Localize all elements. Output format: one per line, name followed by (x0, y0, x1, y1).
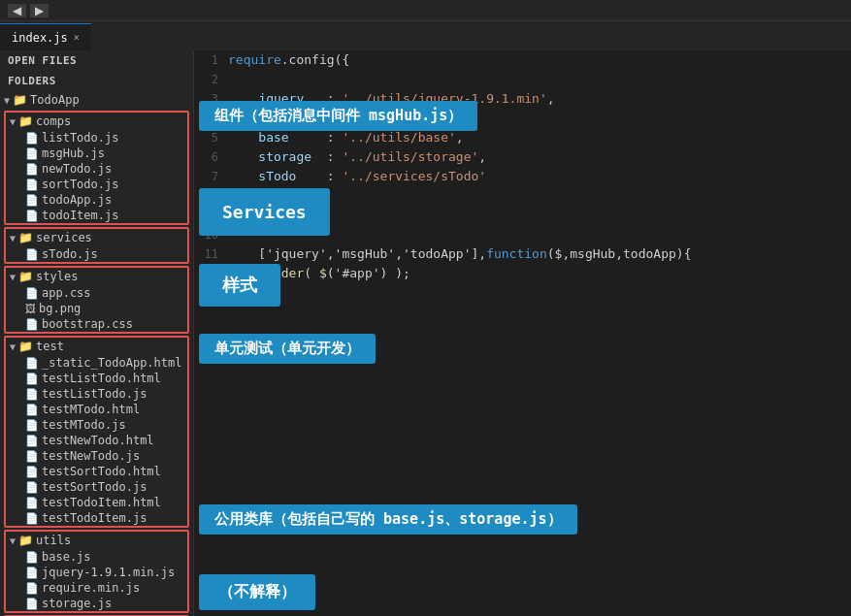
list-item[interactable]: 📄 bootstrap.css (6, 316, 187, 332)
file-icon: 📄 (25, 551, 39, 564)
sidebar: OPEN FILES FOLDERS ▼ 📁 TodoApp ▼ 📁 comps… (0, 50, 194, 616)
list-item[interactable]: 📄 testTodoItem.js (6, 510, 187, 526)
services-folder-name: services (36, 231, 92, 244)
code-line: 10 (194, 225, 851, 244)
list-item[interactable]: 📄 listTodo.js (6, 130, 187, 146)
file-name: testTodoItem.html (42, 496, 161, 509)
file-icon: 📄 (25, 287, 39, 300)
nav-forward-button[interactable]: ▶ (30, 4, 49, 17)
list-item[interactable]: 📄 _static_TodoApp.html (6, 355, 187, 371)
file-name: app.css (42, 286, 91, 300)
list-item[interactable]: 📄 sTodo.js (6, 246, 187, 262)
file-name: testMTodo.html (42, 403, 140, 416)
list-item[interactable]: 📄 base.js (6, 549, 187, 565)
nav-back-button[interactable]: ◀ (8, 4, 26, 17)
utils-folder-name: utils (36, 534, 71, 547)
list-item[interactable]: 📄 testMTodo.html (6, 402, 187, 417)
file-icon: 📄 (25, 210, 39, 222)
top-bar: ◀ ▶ (0, 0, 851, 21)
editor-area: 1 require.config({ 2 3 jquery : '../util… (194, 50, 851, 616)
file-icon: 📄 (25, 435, 39, 447)
list-item[interactable]: 📄 testListTodo.html (6, 371, 187, 386)
list-item[interactable]: 📄 testNewTodo.html (6, 433, 187, 448)
file-icon: 📄 (25, 481, 39, 494)
root-folder-icon: 📁 (13, 93, 27, 107)
file-name: bg.png (39, 302, 81, 315)
root-arrow-icon: ▼ (4, 95, 10, 106)
utils-group: ▼ 📁 utils 📄 base.js 📄 jquery-1.9.1.min.j… (4, 530, 189, 613)
line-number: 6 (194, 147, 228, 167)
active-tab[interactable]: index.js × (0, 23, 91, 50)
services-folder[interactable]: ▼ 📁 services (6, 229, 187, 246)
utils-folder[interactable]: ▼ 📁 utils (6, 532, 187, 549)
styles-arrow-icon: ▼ (10, 272, 16, 282)
styles-folder-name: styles (36, 270, 78, 283)
tab-close-button[interactable]: × (74, 32, 80, 43)
test-arrow-icon: ▼ (10, 341, 16, 352)
file-icon: 📄 (25, 450, 39, 463)
code-line: 7 sTodo : '../services/sTodo' (194, 167, 851, 186)
list-item[interactable]: 📄 storage.js (6, 596, 187, 611)
file-icon: 📄 (25, 318, 39, 331)
file-name: testListTodo.js (42, 387, 147, 401)
test-folder-icon: 📁 (18, 340, 33, 353)
list-item[interactable]: 📄 msgHub.js (6, 146, 187, 161)
services-arrow-icon: ▼ (10, 233, 16, 243)
services-group: ▼ 📁 services 📄 sTodo.js (4, 227, 189, 264)
line-number: 1 (194, 50, 228, 70)
tab-bar: index.js × (0, 21, 851, 50)
list-item[interactable]: 📄 require.min.js (6, 580, 187, 596)
file-name: storage.js (42, 597, 112, 610)
line-content (228, 206, 851, 225)
file-name: testMTodo.js (42, 418, 126, 432)
tab-label: index.js (12, 31, 68, 45)
line-number: 8 (194, 186, 228, 206)
file-name: testNewTodo.html (42, 434, 154, 447)
list-item[interactable]: 📄 testTodoItem.html (6, 495, 187, 510)
file-icon: 📄 (25, 147, 39, 160)
folders-label: FOLDERS (0, 71, 193, 91)
file-icon: 📄 (25, 598, 39, 610)
file-name: _static_TodoApp.html (42, 356, 182, 370)
list-item[interactable]: 📄 testSortTodo.html (6, 464, 187, 479)
styles-folder[interactable]: ▼ 📁 styles (6, 268, 187, 285)
list-item[interactable]: 📄 testSortTodo.js (6, 479, 187, 495)
file-icon: 📄 (25, 357, 39, 370)
list-item[interactable]: 🖼 bg.png (6, 301, 187, 316)
root-folder[interactable]: ▼ 📁 TodoApp (0, 91, 193, 109)
file-name: require.min.js (42, 581, 140, 595)
line-number: 4 (194, 109, 228, 128)
file-name: testListTodo.html (42, 372, 161, 385)
list-item[interactable]: 📄 todoItem.js (6, 208, 187, 223)
code-container[interactable]: 1 require.config({ 2 3 jquery : '../util… (194, 50, 851, 616)
code-line: 12 render( $('#app') ); (194, 264, 851, 283)
code-line: 6 storage : '../utils/storage', (194, 147, 851, 167)
list-item[interactable]: 📄 sortTodo.js (6, 177, 187, 192)
line-content (228, 109, 851, 128)
file-name: todoItem.js (42, 209, 118, 222)
list-item[interactable]: 📄 app.css (6, 285, 187, 301)
comps-folder[interactable]: ▼ 📁 comps (6, 113, 187, 130)
line-content (228, 225, 851, 244)
list-item[interactable]: 📄 testNewTodo.js (6, 448, 187, 464)
line-content: base : '../utils/base', (228, 128, 851, 147)
list-item[interactable]: 📄 testListTodo.js (6, 386, 187, 402)
comps-folder-name: comps (36, 114, 71, 128)
root-folder-name: TodoApp (30, 93, 80, 107)
file-name: testNewTodo.js (42, 449, 140, 463)
line-content: }); (228, 283, 851, 303)
file-icon: 📄 (25, 582, 39, 595)
file-icon: 📄 (25, 512, 39, 525)
code-line: 5 base : '../utils/base', (194, 128, 851, 147)
test-folder[interactable]: ▼ 📁 test (6, 338, 187, 355)
line-number: 2 (194, 70, 228, 89)
list-item[interactable]: 📄 testMTodo.js (6, 417, 187, 433)
list-item[interactable]: 📄 newTodo.js (6, 161, 187, 177)
line-content: render( $('#app') ); (228, 264, 851, 283)
list-item[interactable]: 📄 todoApp.js (6, 192, 187, 208)
utils-folder-icon: 📁 (18, 534, 33, 547)
list-item[interactable]: 📄 jquery-1.9.1.min.js (6, 565, 187, 580)
main-layout: OPEN FILES FOLDERS ▼ 📁 TodoApp ▼ 📁 comps… (0, 50, 851, 616)
line-number: 10 (194, 225, 228, 244)
file-name: base.js (42, 550, 91, 564)
